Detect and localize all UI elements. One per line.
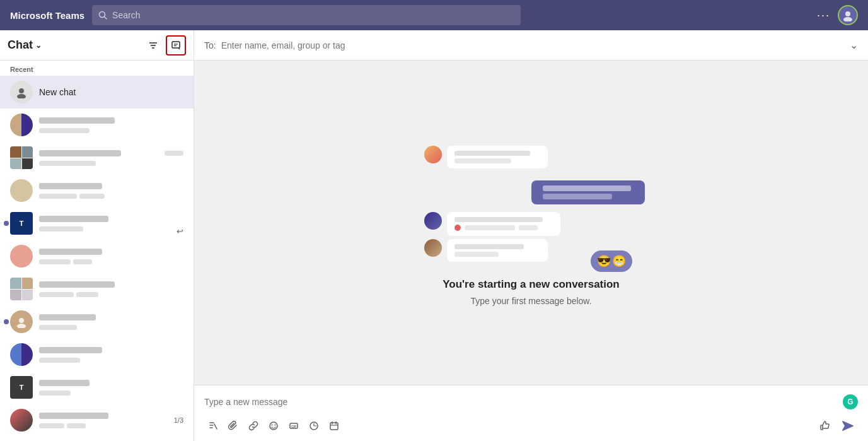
conversation-illustration: 😎 😁: [405, 139, 657, 266]
emoji-reactions: 😎 😁: [591, 250, 632, 272]
gif-button[interactable]: GIF: [285, 417, 303, 435]
chat-main-area: 😎 😁 You're starting a new conversation T…: [194, 61, 868, 385]
list-item[interactable]: [0, 240, 194, 273]
svg-point-15: [272, 425, 273, 426]
sticker-button[interactable]: [305, 417, 323, 435]
chat-info: [39, 149, 183, 167]
svg-point-11: [17, 94, 26, 98]
svg-point-10: [19, 88, 24, 93]
list-item[interactable]: [0, 305, 194, 338]
chat-info: [39, 116, 183, 134]
attach-button[interactable]: [224, 417, 242, 435]
conversation-title: You're starting a new conversation: [443, 278, 620, 291]
chat-list: T ↩: [0, 109, 194, 441]
svg-point-13: [17, 324, 26, 328]
like-button[interactable]: [815, 416, 835, 436]
filter-button[interactable]: [143, 35, 163, 56]
chat-info: [39, 215, 170, 233]
chat-info: [39, 182, 183, 200]
message-input-box: G: [204, 391, 858, 413]
new-chat-avatar: [10, 81, 33, 103]
list-item[interactable]: [0, 109, 194, 141]
search-icon: [98, 11, 107, 20]
emoji-grin: 😁: [612, 254, 626, 268]
sidebar-title: Chat ⌄: [8, 38, 42, 52]
list-item[interactable]: T: [0, 371, 194, 404]
recent-label: Recent: [0, 61, 194, 76]
search-placeholder: Search: [112, 10, 140, 20]
chat-info: [39, 247, 183, 266]
chat-info: [39, 411, 168, 430]
link-button[interactable]: [245, 417, 262, 435]
sidebar-header: Chat ⌄: [0, 30, 194, 61]
list-item[interactable]: [0, 338, 194, 371]
chat-info: [39, 313, 183, 331]
to-bar: To: ⌄: [194, 30, 868, 61]
list-item[interactable]: T ↩: [0, 207, 194, 240]
new-chat-item[interactable]: New chat: [0, 76, 194, 109]
unread-dot: [4, 319, 9, 324]
pagination: 1/3: [174, 416, 183, 424]
list-item[interactable]: [0, 174, 194, 207]
to-chevron-icon[interactable]: ⌄: [850, 39, 858, 51]
right-panel: To: ⌄: [194, 30, 868, 441]
starting-text: You're starting a new conversation Type …: [443, 278, 620, 306]
chat-info: [39, 280, 183, 298]
list-item[interactable]: 1/3: [0, 404, 194, 437]
send-button[interactable]: [838, 416, 858, 436]
svg-rect-7: [172, 42, 180, 48]
message-input-area: G: [194, 385, 868, 441]
top-bar-right: ···: [817, 5, 858, 25]
chat-title-chevron[interactable]: ⌄: [35, 41, 42, 50]
format-button[interactable]: [204, 417, 222, 435]
new-chat-button[interactable]: [166, 35, 186, 56]
chat-info: [39, 379, 183, 397]
svg-text:GIF: GIF: [291, 425, 296, 428]
new-chat-label: New chat: [39, 87, 76, 97]
emoji-cool: 😎: [597, 254, 611, 268]
sidebar-header-icons: [143, 35, 186, 56]
to-input[interactable]: [221, 40, 850, 50]
main-area: Chat ⌄: [0, 30, 868, 441]
top-bar: Microsoft Teams Search ···: [0, 0, 868, 30]
svg-point-3: [843, 17, 852, 21]
svg-line-1: [105, 17, 107, 20]
sidebar: Chat ⌄: [0, 30, 194, 441]
emoji-button[interactable]: [265, 417, 282, 435]
svg-rect-20: [330, 423, 338, 430]
more-options-button[interactable]: ···: [817, 9, 830, 22]
svg-point-16: [275, 425, 276, 426]
conversation-subtitle: Type your first message below.: [443, 296, 620, 306]
chat-info: [39, 346, 183, 364]
message-toolbar: GIF: [204, 413, 858, 438]
search-bar[interactable]: Search: [92, 5, 521, 25]
schedule-button[interactable]: [325, 417, 343, 435]
message-input[interactable]: [204, 397, 843, 407]
to-label: To:: [204, 40, 216, 50]
grammarly-icon: G: [843, 394, 858, 409]
svg-point-2: [845, 11, 850, 16]
app-title: Microsoft Teams: [10, 10, 84, 21]
user-avatar[interactable]: [838, 5, 858, 25]
svg-point-12: [19, 318, 24, 323]
list-item[interactable]: [0, 141, 194, 174]
unread-dot: [4, 221, 9, 226]
list-item[interactable]: [0, 273, 194, 305]
